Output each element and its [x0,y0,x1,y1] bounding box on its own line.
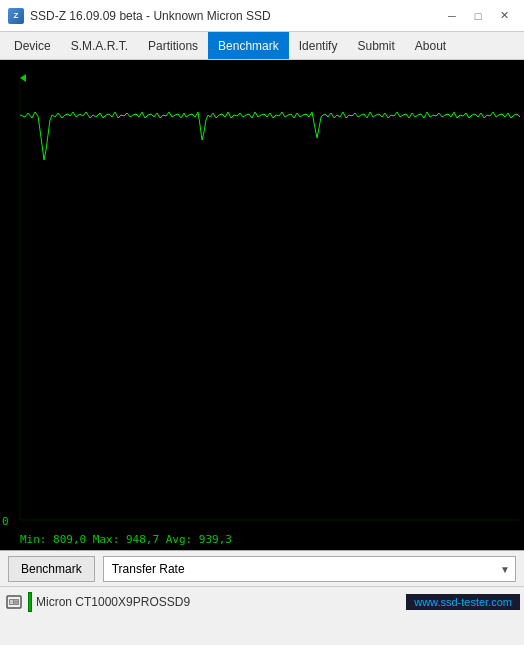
y-axis-bottom-label: 0 [2,515,9,528]
svg-rect-8 [14,602,18,604]
website-url: www.ssd-tester.com [406,594,520,610]
svg-rect-7 [14,600,18,602]
device-name: Micron CT1000X9PROSSD9 [36,595,402,609]
svg-rect-6 [10,600,13,604]
title-bar-left: Z SSD-Z 16.09.09 beta - Unknown Micron S… [8,8,271,24]
device-icon [4,592,24,612]
svg-rect-0 [0,60,524,550]
app-icon: Z [8,8,24,24]
menu-item-submit[interactable]: Submit [347,32,404,59]
window-controls: ─ □ ✕ [440,6,516,26]
menu-item-device[interactable]: Device [4,32,61,59]
benchmark-button[interactable]: Benchmark [8,556,95,582]
title-bar: Z SSD-Z 16.09.09 beta - Unknown Micron S… [0,0,524,32]
minimize-button[interactable]: ─ [440,6,464,26]
benchmark-controls: Benchmark Transfer Rate IOPS Latency ▼ [0,550,524,586]
menu-item-benchmark[interactable]: Benchmark [208,32,289,59]
window-title: SSD-Z 16.09.09 beta - Unknown Micron SSD [30,9,271,23]
menu-item-about[interactable]: About [405,32,456,59]
ssd-icon [5,593,23,611]
select-wrapper: Transfer Rate IOPS Latency ▼ [103,556,516,582]
close-button[interactable]: ✕ [492,6,516,26]
status-bar: Micron CT1000X9PROSSD9 www.ssd-tester.co… [0,586,524,616]
benchmark-type-select[interactable]: Transfer Rate IOPS Latency [103,556,516,582]
chart-stats: Min: 809,0 Max: 948,7 Avg: 939,3 [20,533,232,546]
chart-svg [0,60,524,550]
activity-indicator [28,592,32,612]
benchmark-chart: 950 Work in Progress - Results Unreliabl… [0,60,524,550]
menu-item-smart[interactable]: S.M.A.R.T. [61,32,138,59]
menu-bar: Device S.M.A.R.T. Partitions Benchmark I… [0,32,524,60]
menu-item-identify[interactable]: Identify [289,32,348,59]
menu-item-partitions[interactable]: Partitions [138,32,208,59]
maximize-button[interactable]: □ [466,6,490,26]
